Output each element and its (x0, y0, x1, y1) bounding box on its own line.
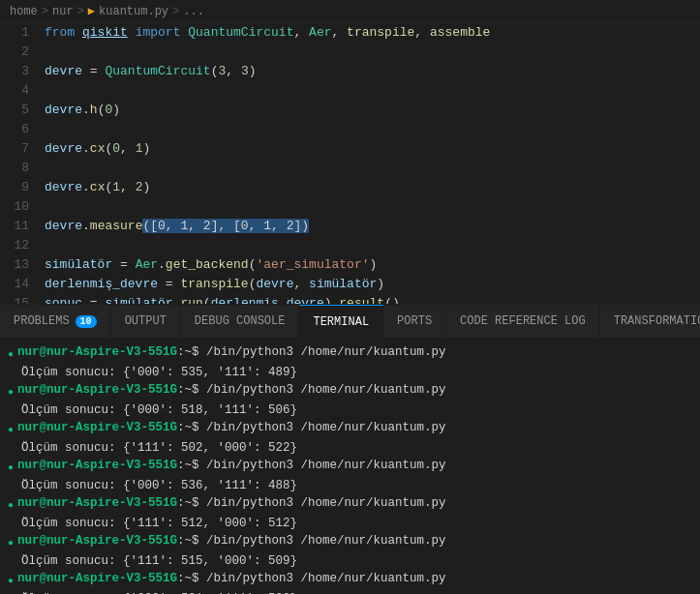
terminal-result-5: Ölçüm sonucu: {'111': 512, '000': 512} (8, 515, 692, 532)
breadcrumb-nur[interactable]: nur (52, 5, 74, 18)
terminal-result-2: Ölçüm sonucu: {'000': 518, '111': 506} (8, 401, 692, 419)
line-content-11: devre.measure([0, 1, 2], [0, 1, 2]) (41, 217, 700, 236)
code-editor: 1 from qiskit import QuantumCircuit, Aer… (0, 23, 700, 304)
line-content-9: devre.cx(1, 2) (41, 178, 700, 197)
line-num-7: 7 (0, 139, 41, 159)
terminal-panel[interactable]: ● nur@nur-Aspire-V3-551G:~$ /bin/python3… (0, 338, 700, 594)
code-line-6: 6 (0, 120, 700, 139)
line-num-15: 15 (0, 294, 41, 304)
terminal-entry-5: ● nur@nur-Aspire-V3-551G:~$ /bin/python3… (8, 494, 692, 515)
tab-transformation-hub-label: TRANSFORMATION HUB (614, 314, 700, 328)
terminal-result-3: Ölçüm sonucu: {'111': 502, '000': 522} (8, 439, 692, 457)
code-line-1: 1 from qiskit import QuantumCircuit, Aer… (0, 23, 700, 43)
tab-bar: PROBLEMS 10 OUTPUT DEBUG CONSOLE TERMINA… (0, 304, 700, 338)
terminal-line-1: nur@nur-Aspire-V3-551G:~$ /bin/python3 /… (17, 343, 446, 361)
line-num-3: 3 (0, 62, 41, 81)
code-line-5: 5 devre.h(0) (0, 101, 700, 120)
line-num-1: 1 (0, 23, 41, 43)
line-num-14: 14 (0, 275, 41, 294)
line-num-11: 11 (0, 217, 41, 236)
code-line-2: 2 (0, 43, 700, 62)
code-line-11: 11 devre.measure([0, 1, 2], [0, 1, 2]) (0, 217, 700, 236)
terminal-line-7: nur@nur-Aspire-V3-551G:~$ /bin/python3 /… (17, 570, 446, 587)
terminal-result-4: Ölçüm sonucu: {'000': 536, '111': 488} (8, 477, 692, 494)
line-content-6 (41, 120, 700, 139)
breadcrumb-file[interactable]: kuantum.py (99, 5, 168, 18)
line-num-5: 5 (0, 101, 41, 120)
terminal-line-6: nur@nur-Aspire-V3-551G:~$ /bin/python3 /… (17, 532, 446, 549)
terminal-result-6: Ölçüm sonucu: {'111': 515, '000': 509} (8, 552, 692, 570)
line-content-8 (41, 159, 700, 178)
line-num-9: 9 (0, 178, 41, 197)
breadcrumb-sep2: > (77, 5, 84, 18)
tab-code-reference-log[interactable]: CODE REFERENCE LOG (446, 305, 600, 339)
line-num-13: 13 (0, 255, 41, 275)
line-content-3: devre = QuantumCircuit(3, 3) (41, 62, 700, 81)
prompt-dot-6: ● (8, 535, 14, 552)
line-content-1: from qiskit import QuantumCircuit, Aer, … (41, 23, 700, 43)
terminal-result-7: Ölçüm sonucu: {'000': 501, '111': 523} (8, 590, 692, 594)
code-line-12: 12 (0, 236, 700, 255)
tab-ports-label: PORTS (397, 314, 432, 328)
tab-problems[interactable]: PROBLEMS 10 (0, 305, 111, 339)
prompt-dot-3: ● (8, 422, 14, 439)
terminal-result-1: Ölçüm sonucu: {'000': 535, '111': 489} (8, 364, 692, 381)
line-content-12 (41, 236, 700, 255)
terminal-entry-1: ● nur@nur-Aspire-V3-551G:~$ /bin/python3… (8, 343, 692, 364)
line-content-4 (41, 81, 700, 101)
line-content-5: devre.h(0) (41, 101, 700, 120)
line-num-10: 10 (0, 197, 41, 217)
prompt-dot-4: ● (8, 460, 14, 477)
prompt-dot-5: ● (8, 497, 14, 515)
breadcrumb-sep1: > (42, 5, 48, 18)
line-num-8: 8 (0, 159, 41, 178)
terminal-line-4: nur@nur-Aspire-V3-551G:~$ /bin/python3 /… (17, 457, 446, 474)
terminal-entry-7: ● nur@nur-Aspire-V3-551G:~$ /bin/python3… (8, 570, 692, 590)
line-num-6: 6 (0, 120, 41, 139)
line-num-2: 2 (0, 43, 41, 62)
code-line-7: 7 devre.cx(0, 1) (0, 139, 700, 159)
code-line-10: 10 (0, 197, 700, 217)
prompt-dot-1: ● (8, 346, 14, 364)
terminal-line-5: nur@nur-Aspire-V3-551G:~$ /bin/python3 /… (17, 494, 446, 512)
tab-transformation-hub[interactable]: TRANSFORMATION HUB (600, 305, 700, 339)
code-line-9: 9 devre.cx(1, 2) (0, 178, 700, 197)
tab-output-label: OUTPUT (125, 314, 167, 328)
tab-code-reference-log-label: CODE REFERENCE LOG (460, 314, 586, 328)
tab-terminal-label: TERMINAL (313, 315, 369, 329)
prompt-dot-7: ● (8, 573, 14, 590)
breadcrumb-file-icon: ▶ (88, 4, 95, 18)
code-line-3: 3 devre = QuantumCircuit(3, 3) (0, 62, 700, 81)
terminal-line-3: nur@nur-Aspire-V3-551G:~$ /bin/python3 /… (17, 419, 446, 436)
breadcrumb-home[interactable]: home (10, 5, 38, 18)
breadcrumb: home > nur > ▶ kuantum.py > ... (0, 0, 700, 23)
terminal-entry-2: ● nur@nur-Aspire-V3-551G:~$ /bin/python3… (8, 381, 692, 401)
prompt-dot-2: ● (8, 384, 14, 401)
tab-debug-console-label: DEBUG CONSOLE (195, 314, 286, 328)
terminal-entry-3: ● nur@nur-Aspire-V3-551G:~$ /bin/python3… (8, 419, 692, 439)
code-line-13: 13 simülatör = Aer.get_backend('aer_simu… (0, 255, 700, 275)
line-num-12: 12 (0, 236, 41, 255)
tab-terminal[interactable]: TERMINAL (299, 305, 383, 339)
line-num-4: 4 (0, 81, 41, 101)
code-line-15: 15 sonuç = simülatör.run(derlenmiş_devre… (0, 294, 700, 304)
line-content-10 (41, 197, 700, 217)
code-line-8: 8 (0, 159, 700, 178)
tab-output[interactable]: OUTPUT (111, 305, 181, 339)
terminal-line-2: nur@nur-Aspire-V3-551G:~$ /bin/python3 /… (17, 381, 446, 399)
code-line-4: 4 (0, 81, 700, 101)
line-content-15: sonuç = simülatör.run(derlenmiş_devre).r… (41, 294, 700, 304)
line-content-2 (41, 43, 700, 62)
breadcrumb-ellipsis[interactable]: ... (183, 5, 204, 18)
terminal-entry-6: ● nur@nur-Aspire-V3-551G:~$ /bin/python3… (8, 532, 692, 552)
tab-problems-badge: 10 (76, 315, 97, 328)
code-lines: 1 from qiskit import QuantumCircuit, Aer… (0, 23, 700, 304)
breadcrumb-sep3: > (172, 5, 179, 18)
line-content-13: simülatör = Aer.get_backend('aer_simulat… (41, 255, 700, 275)
code-line-14: 14 derlenmiş_devre = transpile(devre, si… (0, 275, 700, 294)
tab-debug-console[interactable]: DEBUG CONSOLE (181, 305, 300, 339)
tab-ports[interactable]: PORTS (383, 305, 446, 339)
tab-problems-label: PROBLEMS (14, 314, 70, 328)
terminal-entry-4: ● nur@nur-Aspire-V3-551G:~$ /bin/python3… (8, 457, 692, 477)
line-content-14: derlenmiş_devre = transpile(devre, simül… (41, 275, 700, 294)
